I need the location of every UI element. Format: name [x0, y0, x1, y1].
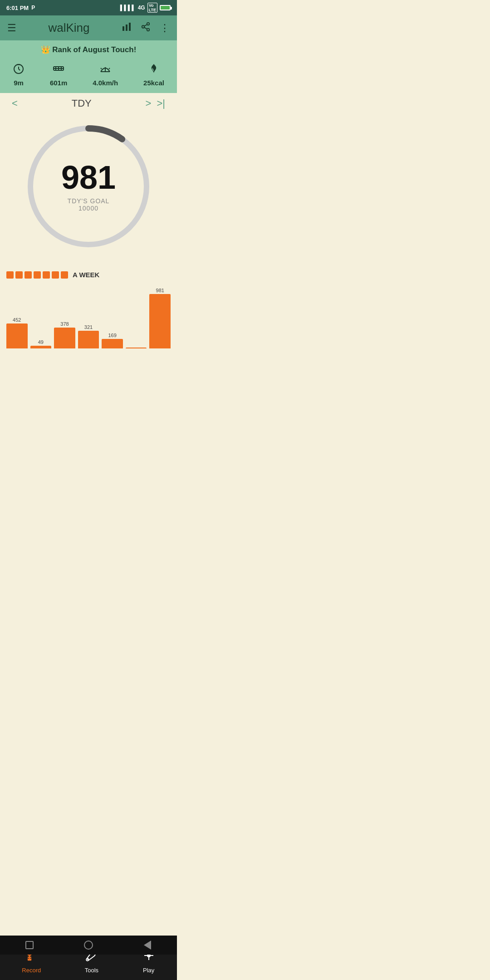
- week-dot-1: [6, 271, 14, 279]
- svg-rect-2: [129, 23, 131, 31]
- calories-value: 25kcal: [143, 79, 164, 87]
- app-bar: ☰ walKing ⋮: [0, 15, 177, 40]
- circle-content: 981 TDY'S GOAL 10000: [57, 161, 120, 212]
- bar-item: [126, 347, 147, 348]
- share-button[interactable]: [141, 22, 151, 34]
- current-day-label: TDY: [20, 98, 143, 109]
- crown-icon: 👑: [41, 45, 50, 54]
- bar-item: 49: [30, 339, 52, 348]
- status-bar: 6:01 PM P ▌▌▌▌ 4G VoLTE: [0, 0, 177, 15]
- step-circle: 981 TDY'S GOAL 10000: [25, 123, 152, 250]
- bar-label: 169: [108, 333, 116, 338]
- distance-icon: [50, 63, 67, 77]
- latest-button[interactable]: >|: [154, 98, 168, 109]
- stat-speed: 4.0km/h: [93, 63, 118, 87]
- chart-section: A WEEK 45249378321169981: [0, 264, 177, 353]
- status-right: ▌▌▌▌ 4G VoLTE: [120, 3, 171, 13]
- week-dot-5: [43, 271, 50, 279]
- bar-fill: [102, 339, 123, 348]
- chart-button[interactable]: [122, 22, 132, 34]
- svg-line-20: [109, 68, 110, 69]
- svg-point-3: [147, 22, 150, 25]
- svg-line-7: [144, 24, 147, 26]
- svg-rect-0: [122, 26, 124, 31]
- distance-value: 601m: [50, 79, 67, 87]
- status-time: 6:01 PM: [6, 5, 29, 11]
- week-dot-2: [15, 271, 23, 279]
- bar-item: 378: [54, 321, 75, 348]
- prev-button[interactable]: <: [9, 98, 20, 109]
- rank-text: Rank of August Touch!: [52, 45, 136, 54]
- week-dot-4: [34, 271, 41, 279]
- app-title: walKing: [48, 21, 89, 35]
- svg-point-4: [142, 25, 145, 28]
- svg-point-5: [147, 28, 150, 30]
- stat-calories: 25kcal: [143, 63, 164, 87]
- stat-time: 9m: [13, 63, 24, 87]
- bar-fill: [149, 294, 171, 348]
- speed-icon: [93, 63, 118, 77]
- next-button[interactable]: >: [143, 98, 154, 109]
- volte-icon: VoLTE: [147, 3, 157, 13]
- week-dot-6: [52, 271, 59, 279]
- chart-header: A WEEK: [6, 271, 171, 279]
- step-count: 981: [57, 161, 120, 194]
- status-left: 6:01 PM P: [6, 5, 35, 11]
- week-dot-7: [61, 271, 68, 279]
- time-value: 9m: [13, 79, 24, 87]
- svg-rect-1: [126, 24, 127, 31]
- svg-rect-11: [17, 64, 20, 65]
- week-dots: [6, 271, 68, 279]
- chart-label: A WEEK: [73, 271, 99, 279]
- more-button[interactable]: ⋮: [160, 22, 170, 34]
- carrier-icon: P: [31, 5, 35, 11]
- bar-fill: [78, 331, 99, 348]
- bar-fill: [30, 346, 52, 348]
- svg-line-19: [101, 68, 102, 69]
- svg-line-10: [19, 69, 20, 70]
- step-circle-section: 981 TDY'S GOAL 10000: [0, 114, 177, 264]
- signal-icon: ▌▌▌▌: [120, 5, 136, 11]
- speed-value: 4.0km/h: [93, 79, 118, 87]
- rank-banner: 👑 Rank of August Touch!: [0, 40, 177, 59]
- step-goal: TDY'S GOAL 10000: [57, 197, 120, 212]
- bar-fill: [6, 323, 28, 348]
- bar-label: 452: [13, 317, 21, 323]
- nav-row: < TDY > >|: [0, 93, 177, 114]
- bar-fill: [54, 328, 75, 348]
- bar-fill: [126, 348, 147, 348]
- bar-chart: 45249378321169981: [6, 285, 171, 348]
- bar-label: 49: [38, 339, 44, 345]
- bar-label: 981: [156, 288, 164, 293]
- menu-button[interactable]: ☰: [7, 22, 16, 34]
- bar-label: 321: [84, 324, 93, 330]
- bar-item: 452: [6, 317, 28, 348]
- network-type: 4G: [138, 5, 145, 11]
- stats-row: 9m 601m 4.0km/h: [0, 59, 177, 93]
- bar-item: 321: [78, 324, 99, 348]
- bar-item: 981: [149, 288, 171, 348]
- bar-label: 378: [60, 321, 69, 327]
- stat-distance: 601m: [50, 63, 67, 87]
- time-icon: [13, 63, 24, 77]
- calories-icon: [143, 63, 164, 77]
- week-dot-3: [24, 271, 32, 279]
- app-bar-icons: ⋮: [122, 22, 170, 34]
- bar-item: 169: [102, 333, 123, 348]
- svg-line-6: [144, 27, 147, 29]
- battery-icon: [160, 5, 171, 10]
